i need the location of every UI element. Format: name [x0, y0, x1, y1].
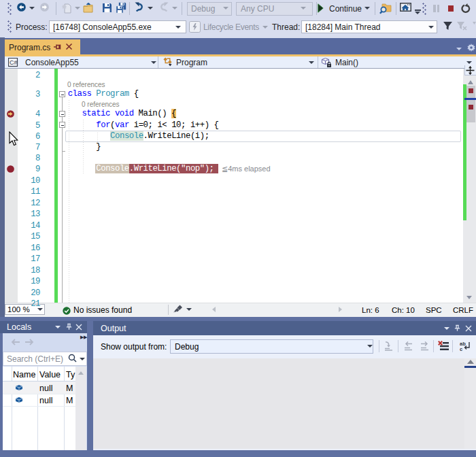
svg-text:C#: C# [10, 59, 18, 66]
svg-text:c: c [460, 346, 462, 352]
